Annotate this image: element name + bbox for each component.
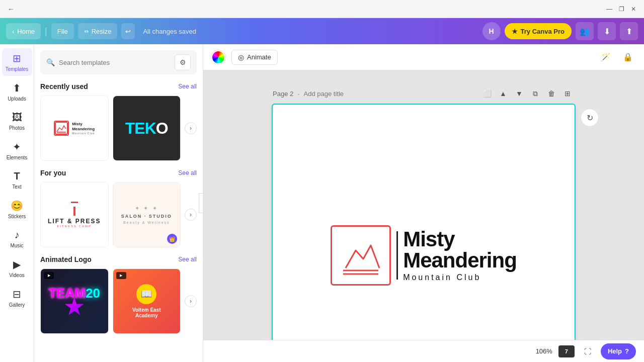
gallery-icon: ⊟ xyxy=(13,288,21,300)
header-divider: | xyxy=(45,26,47,37)
page2-header-bar: Page 2 - ⬜ ▲ ▼ ⧉ xyxy=(273,86,575,101)
logo-line1: Misty xyxy=(403,227,454,251)
maximize-button[interactable]: ❐ xyxy=(617,5,626,14)
sidebar-item-text[interactable]: T Text xyxy=(2,166,32,194)
canvas-toolbar: ◎ Animate 🪄 🔒 xyxy=(203,44,644,70)
animated-logo-header: Animated Logo See all xyxy=(40,255,197,263)
logo-text-group: Misty Meandering Mountain Club xyxy=(403,229,517,282)
sidebar-item-music[interactable]: ♪ Music xyxy=(2,225,32,252)
chevron-left-icon: ‹ xyxy=(12,28,14,35)
hide-panel-button[interactable]: ‹ xyxy=(199,193,203,213)
template-card-salon[interactable]: ✦ ✦ ✦ SALON · STUDIO Beauty & Wellness 👑 xyxy=(113,182,181,247)
search-icon: 🔍 xyxy=(46,58,55,66)
lift-text: LIFT & PRESS xyxy=(48,218,101,225)
minimize-button[interactable]: — xyxy=(605,5,614,14)
page-frame-icon: ⬜ xyxy=(483,89,492,98)
templates-nav-label: Templates xyxy=(6,66,29,72)
animated-logo-see-all[interactable]: See all xyxy=(178,256,197,263)
home-button[interactable]: ‹ Home xyxy=(6,23,41,39)
recently-used-title: Recently used xyxy=(40,82,88,90)
template-card-lift[interactable]: LIFT & PRESS FITNESS CAMP xyxy=(40,182,109,247)
trash-icon: 🗑 xyxy=(548,89,555,98)
resize-button[interactable]: ⇔ Resize xyxy=(78,23,118,39)
magic-wand-icon: 🪄 xyxy=(601,52,611,62)
user-avatar-button[interactable]: H xyxy=(482,22,501,40)
page-delete-button[interactable]: 🗑 xyxy=(544,86,558,101)
page-add-button[interactable]: ⊞ xyxy=(560,86,575,101)
salon-ornament: ✦ ✦ ✦ xyxy=(135,205,159,212)
page-duplicate-button[interactable]: ⧉ xyxy=(528,86,542,101)
recently-used-see-all[interactable]: See all xyxy=(178,83,197,90)
filter-icon: ⚙ xyxy=(180,58,186,66)
template-card-misty[interactable]: MistyMeandering Mountain Club xyxy=(40,96,109,161)
sidebar-item-gallery[interactable]: ⊟ Gallery xyxy=(2,284,32,312)
recently-used-row: MistyMeandering Mountain Club TEKO › xyxy=(40,96,197,161)
template-card-teko[interactable]: TEKO xyxy=(113,96,181,161)
photos-nav-label: Photos xyxy=(9,125,25,131)
share-button[interactable]: ⬆ xyxy=(620,22,638,40)
page-title-input[interactable] xyxy=(304,90,476,98)
status-bar: 106% 7 ⛶ Help ? xyxy=(203,340,644,362)
close-button[interactable]: ✕ xyxy=(629,5,638,14)
lock-icon: 🔒 xyxy=(623,52,633,62)
template-card-voltem[interactable]: ▶ 📖 Voltem EastAcademy xyxy=(113,268,181,334)
misty-logo-icon xyxy=(54,121,69,136)
page-up-button[interactable]: ▲ xyxy=(496,86,510,101)
text-icon: T xyxy=(14,170,20,182)
video-badge-voltem: ▶ xyxy=(116,272,126,279)
stickers-icon: 😊 xyxy=(11,200,23,212)
for-you-header: For you See all xyxy=(40,169,197,177)
premium-badge: 👑 xyxy=(167,234,177,244)
chevron-down-icon: ▼ xyxy=(516,89,523,98)
sidebar-item-elements[interactable]: ✦ Elements xyxy=(2,137,32,164)
page-down-button[interactable]: ▼ xyxy=(512,86,526,101)
stickers-nav-label: Stickers xyxy=(8,214,26,219)
uploads-icon: ⬆ xyxy=(13,82,21,94)
recently-used-header: Recently used See all xyxy=(40,82,197,90)
animate-button[interactable]: ◎ Animate xyxy=(231,50,278,65)
try-canva-button[interactable]: ★ Try Canva Pro xyxy=(505,23,572,39)
page-frame-button[interactable]: ⬜ xyxy=(480,86,494,101)
sidebar-item-uploads[interactable]: ⬆ Uploads xyxy=(2,78,32,106)
lock-button[interactable]: 🔒 xyxy=(620,49,636,65)
sidebar-item-photos[interactable]: 🖼 Photos xyxy=(2,108,32,135)
user-initial: H xyxy=(489,27,494,35)
duplicate-icon: ⧉ xyxy=(533,89,538,98)
search-input[interactable] xyxy=(59,59,171,66)
magic-wand-button[interactable]: 🪄 xyxy=(598,49,614,65)
back-button[interactable]: ← xyxy=(6,4,16,14)
animated-logo-next[interactable]: › xyxy=(185,295,197,307)
for-you-see-all[interactable]: See all xyxy=(178,169,197,176)
people-button[interactable]: 👥 xyxy=(576,22,594,40)
canvas-scroll[interactable]: Page 2 - ⬜ ▲ ▼ ⧉ xyxy=(203,70,644,340)
sidebar-item-templates[interactable]: ⊞ Templates xyxy=(2,48,32,76)
help-question-icon: ? xyxy=(625,347,629,355)
resize-icon: ⇔ xyxy=(84,28,89,35)
undo-button[interactable]: ↩ xyxy=(121,23,135,39)
sidebar-item-stickers[interactable]: 😊 Stickers xyxy=(2,196,32,223)
elements-icon: ✦ xyxy=(13,141,21,153)
uploads-nav-label: Uploads xyxy=(8,96,26,102)
canvas-page2[interactable]: ↻ xyxy=(273,105,575,340)
text-nav-label: Text xyxy=(12,184,21,190)
recently-used-next[interactable]: › xyxy=(185,122,197,134)
sidebar-item-videos[interactable]: ▶ Videos xyxy=(2,254,32,282)
logo-main-text: Misty Meandering xyxy=(403,229,517,271)
videos-icon: ▶ xyxy=(13,258,21,270)
filter-button[interactable]: ⚙ xyxy=(175,54,191,70)
refresh-button[interactable]: ↻ xyxy=(581,109,599,127)
for-you-next[interactable]: › xyxy=(185,209,197,221)
music-icon: ♪ xyxy=(15,229,20,241)
for-you-row: LIFT & PRESS FITNESS CAMP ✦ ✦ ✦ SALON · … xyxy=(40,182,197,247)
color-wheel[interactable] xyxy=(211,50,225,64)
file-label: File xyxy=(57,28,68,35)
gallery-nav-label: Gallery xyxy=(9,302,25,308)
download-button[interactable]: ⬇ xyxy=(598,22,616,40)
expand-button[interactable]: ⛶ xyxy=(581,344,595,358)
template-card-team20[interactable]: ▶ TEAM20 xyxy=(40,268,109,334)
animate-icon: ◎ xyxy=(238,53,244,61)
elements-nav-label: Elements xyxy=(7,155,28,160)
help-button[interactable]: Help ? xyxy=(601,343,636,359)
lift-sub: FITNESS CAMP xyxy=(57,225,92,228)
file-button[interactable]: File xyxy=(51,23,74,39)
